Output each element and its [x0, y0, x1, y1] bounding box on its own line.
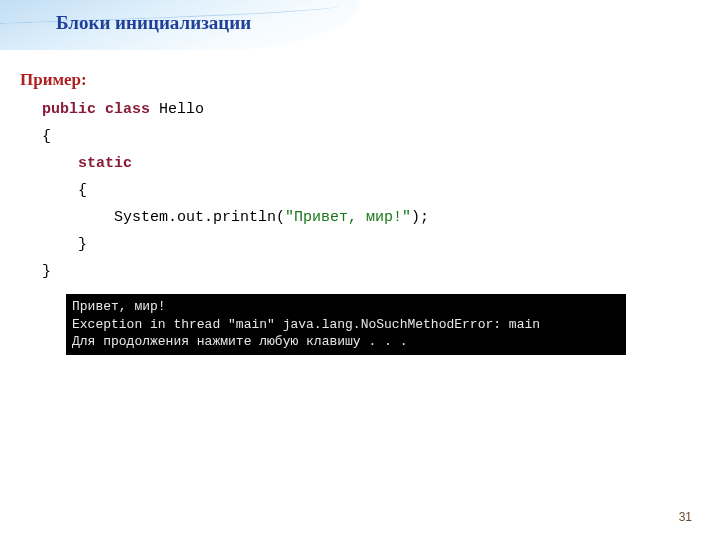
brace-close-inner: } [78, 236, 87, 253]
brace-close: } [42, 263, 51, 280]
keyword-static: static [78, 155, 132, 172]
string-literal: "Привет, мир!" [285, 209, 411, 226]
code-block: public class Hello { static { System.out… [20, 96, 700, 285]
brace-open-inner: { [78, 182, 87, 199]
statement-suffix: ); [411, 209, 429, 226]
console-line-3: Для продолжения нажмите любую клавишу . … [72, 334, 407, 349]
slide-title: Блоки инициализации [56, 12, 251, 34]
class-name: Hello [150, 101, 204, 118]
console-line-2: Exception in thread "main" java.lang.NoS… [72, 317, 540, 332]
console-line-1: Привет, мир! [72, 299, 166, 314]
keyword-class: class [105, 101, 150, 118]
brace-open: { [42, 128, 51, 145]
slide-content: Пример: public class Hello { static { Sy… [20, 70, 700, 285]
console-output: Привет, мир! Exception in thread "main" … [66, 294, 626, 355]
keyword-public: public [42, 101, 96, 118]
page-number: 31 [679, 510, 692, 524]
statement-prefix: System.out.println( [114, 209, 285, 226]
example-label: Пример: [20, 70, 700, 90]
